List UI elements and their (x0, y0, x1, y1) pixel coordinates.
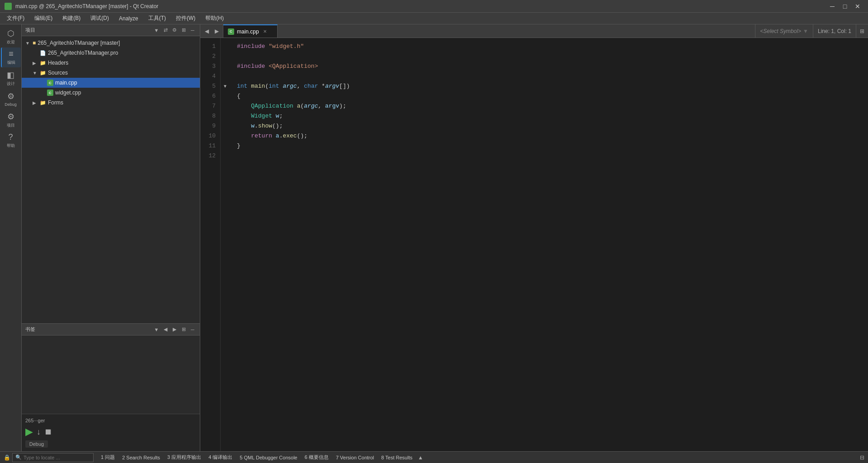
statusbar-maximize-icon[interactable]: ⊟ (860, 454, 864, 461)
sources-arrow: ▼ (33, 71, 38, 76)
debug-icon: ⚙ (7, 91, 14, 101)
position-info: Line: 1, Col: 1 (813, 24, 856, 38)
sidebar-item-edit[interactable]: ≡ 编辑 (1, 47, 21, 67)
project-root-arrow: ▼ (25, 41, 31, 46)
bookmarks-actions: ▼ ◀ ▶ ⊞ ─ (153, 326, 196, 333)
tab-close-btn[interactable]: ✕ (262, 28, 268, 35)
search-box[interactable]: 🔍 (12, 453, 94, 462)
forms-icon: 📁 (40, 100, 46, 106)
statusbar-expand-icon[interactable]: ▲ (418, 454, 423, 461)
project-icon: ⚙ (7, 112, 14, 122)
menu-help[interactable]: 帮助(H) (201, 14, 228, 23)
editor-tab-main-cpp[interactable]: C main.cpp ✕ (223, 24, 278, 38)
app-icon (5, 3, 12, 10)
left-panel: 项目 ▼ ⇄ ⚙ ⊞ ─ ▼ ■ 265_AgritechIoTManager … (22, 24, 200, 451)
statusbar-tab-issues[interactable]: 1 问题 (97, 453, 118, 463)
statusbar-tab-info[interactable]: 6 概要信息 (301, 453, 332, 463)
line-numbers: 1 2 3 4 5 6 7 8 9 10 11 12 (200, 38, 221, 451)
symbol-selector-arrow: ▼ (803, 28, 808, 34)
bookmarks-filter-btn[interactable]: ▼ (153, 326, 160, 333)
sidebar-label-project: 项目 (7, 123, 15, 128)
run-button[interactable]: ▶ (25, 426, 33, 438)
menu-tools[interactable]: 工具(T) (144, 14, 170, 23)
sidebar-item-project[interactable]: ⚙ 项目 (1, 110, 21, 130)
menu-bar: 文件(F) 编辑(E) 构建(B) 调试(D) Analyze 工具(T) 控件… (0, 13, 868, 24)
sidebar-label-design: 设计 (7, 81, 15, 87)
tree-item-widget-cpp[interactable]: C widget.cpp (22, 88, 200, 98)
panel-settings-btn[interactable]: ⚙ (171, 27, 178, 34)
nav-back-btn[interactable]: ◀ (202, 27, 211, 36)
sources-label: Sources (48, 70, 68, 76)
tree-item-headers[interactable]: ▶ 📁 Headers (22, 58, 200, 68)
tab-icon: C (228, 28, 234, 35)
debug-section: 265···ger ▶ ↓ ⏹ Debug (22, 414, 200, 451)
title-bar: main.cpp @ 265_AgritechIoTManager [maste… (0, 0, 868, 13)
stop-button[interactable]: ⏹ (44, 427, 52, 437)
main-layout: ⬡ 欢迎 ≡ 编辑 ◧ 设计 ⚙ Debug ⚙ 项目 ? 帮助 项目 ▼ (0, 24, 868, 451)
help-icon: ? (8, 132, 13, 142)
sidebar-item-design[interactable]: ◧ 设计 (1, 68, 21, 88)
bookmarks-panel: 书签 ▼ ◀ ▶ ⊞ ─ (22, 323, 200, 414)
panel-split-btn[interactable]: ⊞ (180, 27, 187, 34)
menu-analyze[interactable]: Analyze (114, 14, 143, 23)
design-icon: ◧ (7, 70, 14, 80)
statusbar-tab-search[interactable]: 2 Search Results (118, 453, 164, 463)
bookmarks-prev-btn[interactable]: ◀ (162, 326, 169, 333)
sidebar-item-help[interactable]: ? 帮助 (1, 131, 21, 151)
search-icon: 🔍 (15, 454, 22, 460)
tree-item-sources[interactable]: ▼ 📁 Sources (22, 68, 200, 78)
sidebar-icons: ⬡ 欢迎 ≡ 编辑 ◧ 设计 ⚙ Debug ⚙ 项目 ? 帮助 (0, 24, 22, 451)
statusbar-tab-compile[interactable]: 4 编译输出 (205, 453, 236, 463)
panel-header-actions: ▼ ⇄ ⚙ ⊞ ─ (153, 27, 196, 34)
debug-label[interactable]: Debug (25, 440, 48, 448)
debug-project-label: 265···ger (25, 418, 196, 423)
statusbar-tab-vcs[interactable]: 7 Version Control (332, 453, 377, 463)
tab-bar: ◀ ▶ C main.cpp ✕ <Select Symbol> ▼ Line:… (200, 24, 868, 38)
statusbar-tab-app-output[interactable]: 3 应用程序输出 (164, 453, 205, 463)
code-content[interactable]: #include "widget.h" #include <QApplicati… (230, 38, 868, 451)
bookmarks-close-btn[interactable]: ─ (189, 326, 196, 333)
panel-sync-btn[interactable]: ⇄ (162, 27, 169, 34)
nav-forward-btn[interactable]: ▶ (212, 27, 221, 36)
minimize-button[interactable]: ─ (826, 2, 838, 11)
code-editor: 1 2 3 4 5 6 7 8 9 10 11 12 ▼ (200, 38, 868, 451)
widget-cpp-icon: C (47, 90, 53, 96)
project-root-name: 265_AgritechIoTManager [master] (38, 40, 120, 46)
statusbar-tab-test[interactable]: 8 Test Results (377, 453, 416, 463)
right-panel: ◀ ▶ C main.cpp ✕ <Select Symbol> ▼ Line:… (200, 24, 868, 451)
bookmarks-split-btn[interactable]: ⊞ (180, 326, 187, 333)
tree-item-main-cpp[interactable]: C main.cpp (22, 78, 200, 88)
tree-item-forms[interactable]: ▶ 📁 Forms (22, 98, 200, 108)
sidebar-label-help: 帮助 (7, 143, 15, 149)
close-button[interactable]: ✕ (852, 2, 863, 11)
sidebar-item-welcome[interactable]: ⬡ 欢迎 (1, 27, 21, 47)
project-tree: ▼ ■ 265_AgritechIoTManager [master] 📄 26… (22, 36, 200, 323)
menu-file[interactable]: 文件(F) (2, 14, 29, 23)
tree-item-pro-file[interactable]: 📄 265_AgritechIoTManager.pro (22, 48, 200, 58)
symbol-selector[interactable]: <Select Symbol> ▼ (755, 24, 813, 38)
main-cpp-name: main.cpp (55, 80, 77, 86)
headers-icon: 📁 (40, 60, 46, 66)
edit-icon: ≡ (9, 49, 14, 59)
bookmarks-next-btn[interactable]: ▶ (171, 326, 178, 333)
statusbar-tab-qml[interactable]: 5 QML Debugger Console (236, 453, 301, 463)
project-panel-title: 项目 (25, 27, 35, 33)
position-text: Line: 1, Col: 1 (818, 28, 851, 34)
panel-filter-btn[interactable]: ▼ (153, 27, 160, 34)
panel-close-btn[interactable]: ─ (189, 27, 196, 34)
step-button[interactable]: ↓ (37, 427, 41, 437)
search-input[interactable] (24, 455, 87, 460)
pro-file-name: 265_AgritechIoTManager.pro (48, 50, 118, 56)
menu-build[interactable]: 构建(B) (58, 14, 85, 23)
bookmarks-title: 书签 (25, 326, 35, 333)
tree-item-project-root[interactable]: ▼ ■ 265_AgritechIoTManager [master] (22, 38, 200, 48)
sidebar-label-debug: Debug (5, 102, 17, 107)
maximize-button[interactable]: □ (839, 2, 851, 11)
sources-icon: 📁 (40, 70, 46, 76)
sidebar-item-debug[interactable]: ⚙ Debug (1, 89, 21, 109)
menu-debug[interactable]: 调试(D) (86, 14, 113, 23)
statusbar-lock-icon[interactable]: 🔒 (4, 454, 10, 461)
editor-expand-btn[interactable]: ⊞ (856, 24, 868, 38)
menu-controls[interactable]: 控件(W) (171, 14, 200, 23)
menu-edit[interactable]: 编辑(E) (30, 14, 57, 23)
